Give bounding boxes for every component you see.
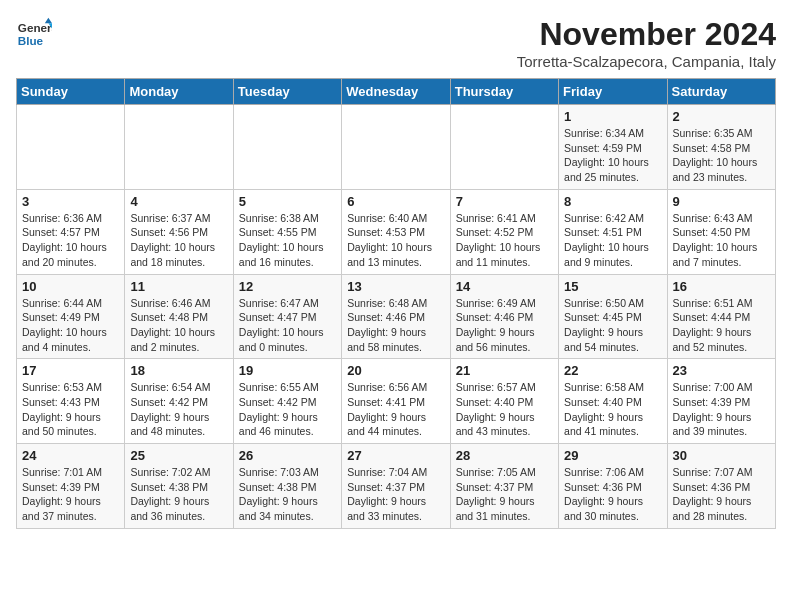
header-tuesday: Tuesday	[233, 79, 341, 105]
calendar-cell: 20Sunrise: 6:56 AM Sunset: 4:41 PM Dayli…	[342, 359, 450, 444]
calendar-cell: 28Sunrise: 7:05 AM Sunset: 4:37 PM Dayli…	[450, 444, 558, 529]
day-detail: Sunrise: 6:46 AM Sunset: 4:48 PM Dayligh…	[130, 296, 227, 355]
logo: General Blue	[16, 16, 52, 52]
calendar-cell: 26Sunrise: 7:03 AM Sunset: 4:38 PM Dayli…	[233, 444, 341, 529]
calendar-cell: 9Sunrise: 6:43 AM Sunset: 4:50 PM Daylig…	[667, 189, 775, 274]
calendar-cell: 7Sunrise: 6:41 AM Sunset: 4:52 PM Daylig…	[450, 189, 558, 274]
calendar-cell: 29Sunrise: 7:06 AM Sunset: 4:36 PM Dayli…	[559, 444, 667, 529]
day-detail: Sunrise: 6:41 AM Sunset: 4:52 PM Dayligh…	[456, 211, 553, 270]
day-number: 28	[456, 448, 553, 463]
calendar-cell	[450, 105, 558, 190]
day-number: 27	[347, 448, 444, 463]
header-wednesday: Wednesday	[342, 79, 450, 105]
day-number: 3	[22, 194, 119, 209]
subtitle: Torretta-Scalzapecora, Campania, Italy	[517, 53, 776, 70]
calendar-cell	[125, 105, 233, 190]
day-detail: Sunrise: 6:38 AM Sunset: 4:55 PM Dayligh…	[239, 211, 336, 270]
day-number: 23	[673, 363, 770, 378]
calendar-cell: 8Sunrise: 6:42 AM Sunset: 4:51 PM Daylig…	[559, 189, 667, 274]
calendar-header-row: SundayMondayTuesdayWednesdayThursdayFrid…	[17, 79, 776, 105]
calendar-cell	[233, 105, 341, 190]
day-number: 20	[347, 363, 444, 378]
day-number: 6	[347, 194, 444, 209]
day-detail: Sunrise: 6:44 AM Sunset: 4:49 PM Dayligh…	[22, 296, 119, 355]
calendar-cell: 27Sunrise: 7:04 AM Sunset: 4:37 PM Dayli…	[342, 444, 450, 529]
day-number: 25	[130, 448, 227, 463]
day-number: 4	[130, 194, 227, 209]
calendar-cell: 1Sunrise: 6:34 AM Sunset: 4:59 PM Daylig…	[559, 105, 667, 190]
day-detail: Sunrise: 7:04 AM Sunset: 4:37 PM Dayligh…	[347, 465, 444, 524]
header-friday: Friday	[559, 79, 667, 105]
calendar-week-1: 1Sunrise: 6:34 AM Sunset: 4:59 PM Daylig…	[17, 105, 776, 190]
calendar-week-5: 24Sunrise: 7:01 AM Sunset: 4:39 PM Dayli…	[17, 444, 776, 529]
day-detail: Sunrise: 6:36 AM Sunset: 4:57 PM Dayligh…	[22, 211, 119, 270]
day-number: 12	[239, 279, 336, 294]
day-detail: Sunrise: 7:02 AM Sunset: 4:38 PM Dayligh…	[130, 465, 227, 524]
day-number: 21	[456, 363, 553, 378]
day-detail: Sunrise: 7:03 AM Sunset: 4:38 PM Dayligh…	[239, 465, 336, 524]
day-number: 10	[22, 279, 119, 294]
day-number: 16	[673, 279, 770, 294]
month-title: November 2024	[517, 16, 776, 53]
day-number: 22	[564, 363, 661, 378]
header-saturday: Saturday	[667, 79, 775, 105]
day-number: 13	[347, 279, 444, 294]
calendar-cell: 4Sunrise: 6:37 AM Sunset: 4:56 PM Daylig…	[125, 189, 233, 274]
calendar-cell	[17, 105, 125, 190]
day-number: 1	[564, 109, 661, 124]
calendar-week-3: 10Sunrise: 6:44 AM Sunset: 4:49 PM Dayli…	[17, 274, 776, 359]
calendar-cell: 13Sunrise: 6:48 AM Sunset: 4:46 PM Dayli…	[342, 274, 450, 359]
calendar-cell: 24Sunrise: 7:01 AM Sunset: 4:39 PM Dayli…	[17, 444, 125, 529]
day-number: 24	[22, 448, 119, 463]
day-detail: Sunrise: 6:48 AM Sunset: 4:46 PM Dayligh…	[347, 296, 444, 355]
calendar-week-4: 17Sunrise: 6:53 AM Sunset: 4:43 PM Dayli…	[17, 359, 776, 444]
day-detail: Sunrise: 6:55 AM Sunset: 4:42 PM Dayligh…	[239, 380, 336, 439]
calendar-cell: 14Sunrise: 6:49 AM Sunset: 4:46 PM Dayli…	[450, 274, 558, 359]
day-number: 7	[456, 194, 553, 209]
title-block: November 2024 Torretta-Scalzapecora, Cam…	[517, 16, 776, 70]
calendar-cell	[342, 105, 450, 190]
calendar-cell: 5Sunrise: 6:38 AM Sunset: 4:55 PM Daylig…	[233, 189, 341, 274]
day-number: 18	[130, 363, 227, 378]
day-number: 14	[456, 279, 553, 294]
day-detail: Sunrise: 6:50 AM Sunset: 4:45 PM Dayligh…	[564, 296, 661, 355]
day-detail: Sunrise: 6:57 AM Sunset: 4:40 PM Dayligh…	[456, 380, 553, 439]
day-detail: Sunrise: 6:47 AM Sunset: 4:47 PM Dayligh…	[239, 296, 336, 355]
calendar-cell: 11Sunrise: 6:46 AM Sunset: 4:48 PM Dayli…	[125, 274, 233, 359]
day-number: 9	[673, 194, 770, 209]
calendar-table: SundayMondayTuesdayWednesdayThursdayFrid…	[16, 78, 776, 529]
day-detail: Sunrise: 6:53 AM Sunset: 4:43 PM Dayligh…	[22, 380, 119, 439]
day-number: 11	[130, 279, 227, 294]
day-detail: Sunrise: 6:34 AM Sunset: 4:59 PM Dayligh…	[564, 126, 661, 185]
day-number: 30	[673, 448, 770, 463]
calendar-cell: 6Sunrise: 6:40 AM Sunset: 4:53 PM Daylig…	[342, 189, 450, 274]
page-header: General Blue November 2024 Torretta-Scal…	[16, 16, 776, 70]
calendar-cell: 19Sunrise: 6:55 AM Sunset: 4:42 PM Dayli…	[233, 359, 341, 444]
calendar-body: 1Sunrise: 6:34 AM Sunset: 4:59 PM Daylig…	[17, 105, 776, 529]
calendar-cell: 23Sunrise: 7:00 AM Sunset: 4:39 PM Dayli…	[667, 359, 775, 444]
calendar-cell: 22Sunrise: 6:58 AM Sunset: 4:40 PM Dayli…	[559, 359, 667, 444]
svg-text:Blue: Blue	[18, 34, 44, 47]
day-detail: Sunrise: 6:35 AM Sunset: 4:58 PM Dayligh…	[673, 126, 770, 185]
day-detail: Sunrise: 7:06 AM Sunset: 4:36 PM Dayligh…	[564, 465, 661, 524]
calendar-cell: 25Sunrise: 7:02 AM Sunset: 4:38 PM Dayli…	[125, 444, 233, 529]
day-number: 15	[564, 279, 661, 294]
day-detail: Sunrise: 6:51 AM Sunset: 4:44 PM Dayligh…	[673, 296, 770, 355]
day-number: 29	[564, 448, 661, 463]
calendar-cell: 21Sunrise: 6:57 AM Sunset: 4:40 PM Dayli…	[450, 359, 558, 444]
header-thursday: Thursday	[450, 79, 558, 105]
calendar-cell: 12Sunrise: 6:47 AM Sunset: 4:47 PM Dayli…	[233, 274, 341, 359]
calendar-week-2: 3Sunrise: 6:36 AM Sunset: 4:57 PM Daylig…	[17, 189, 776, 274]
logo-icon: General Blue	[16, 16, 52, 52]
day-detail: Sunrise: 7:07 AM Sunset: 4:36 PM Dayligh…	[673, 465, 770, 524]
calendar-cell: 3Sunrise: 6:36 AM Sunset: 4:57 PM Daylig…	[17, 189, 125, 274]
calendar-cell: 2Sunrise: 6:35 AM Sunset: 4:58 PM Daylig…	[667, 105, 775, 190]
day-detail: Sunrise: 6:58 AM Sunset: 4:40 PM Dayligh…	[564, 380, 661, 439]
day-detail: Sunrise: 6:43 AM Sunset: 4:50 PM Dayligh…	[673, 211, 770, 270]
day-detail: Sunrise: 6:54 AM Sunset: 4:42 PM Dayligh…	[130, 380, 227, 439]
day-number: 19	[239, 363, 336, 378]
day-detail: Sunrise: 6:40 AM Sunset: 4:53 PM Dayligh…	[347, 211, 444, 270]
day-number: 8	[564, 194, 661, 209]
calendar-cell: 15Sunrise: 6:50 AM Sunset: 4:45 PM Dayli…	[559, 274, 667, 359]
header-sunday: Sunday	[17, 79, 125, 105]
